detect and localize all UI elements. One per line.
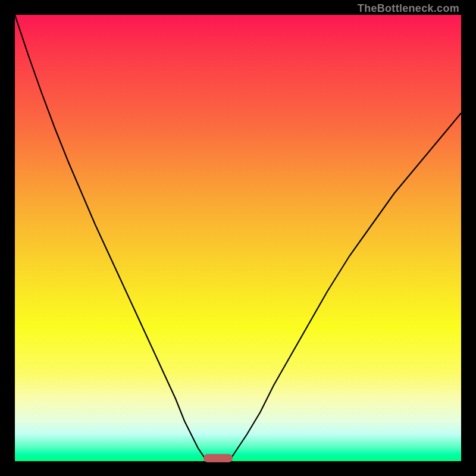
bottleneck-marker xyxy=(203,454,233,462)
right-curve xyxy=(229,113,461,461)
left-curve xyxy=(15,15,207,461)
chart-area xyxy=(15,15,461,461)
curve-overlay xyxy=(15,15,461,461)
watermark-text: TheBottleneck.com xyxy=(358,2,459,15)
